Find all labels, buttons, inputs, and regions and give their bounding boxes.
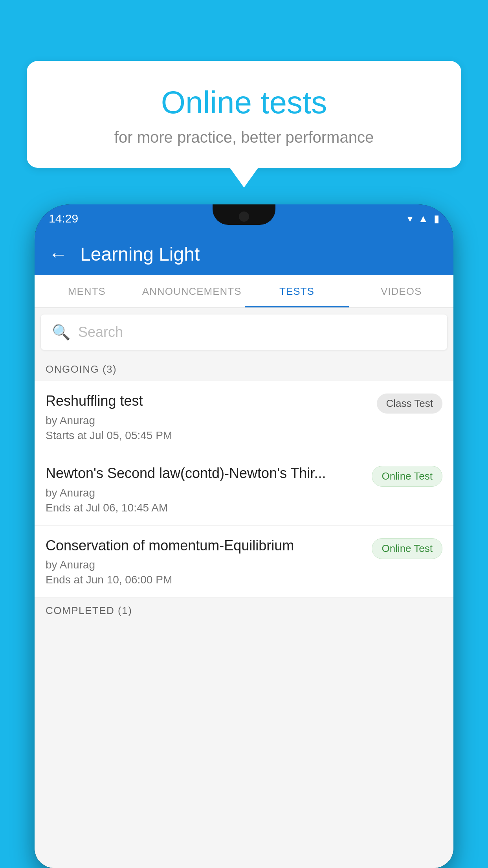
search-input[interactable]: Search xyxy=(78,324,123,340)
test-author-1: by Anurag xyxy=(46,414,369,427)
speech-bubble: Online tests for more practice, better p… xyxy=(27,61,461,168)
test-author-2: by Anurag xyxy=(46,487,364,499)
search-bar[interactable]: 🔍 Search xyxy=(41,314,447,350)
status-icons: ▾ ▲ ▮ xyxy=(407,213,439,225)
signal-icon: ▲ xyxy=(418,213,428,225)
tab-tests[interactable]: TESTS xyxy=(245,275,349,307)
camera-notch xyxy=(239,211,249,222)
battery-icon: ▮ xyxy=(434,213,439,225)
app-bar: ← Learning Light xyxy=(35,233,453,275)
phone-content: 🔍 Search ONGOING (3) Reshuffling test by… xyxy=(35,308,453,868)
tab-videos[interactable]: VIDEOS xyxy=(349,275,453,307)
ongoing-section-header: ONGOING (3) xyxy=(35,356,453,381)
test-item-2[interactable]: Newton's Second law(contd)-Newton's Thir… xyxy=(35,453,453,526)
tabs-bar: MENTS ANNOUNCEMENTS TESTS VIDEOS xyxy=(35,275,453,308)
tab-ments[interactable]: MENTS xyxy=(35,275,139,307)
phone-inner: ← Learning Light MENTS ANNOUNCEMENTS TES… xyxy=(35,233,453,868)
test-date-2: Ends at Jul 06, 10:45 AM xyxy=(46,502,364,514)
test-info-1: Reshuffling test by Anurag Starts at Jul… xyxy=(46,392,369,442)
speech-bubble-arrow xyxy=(230,168,258,188)
test-name-3: Conservation of momentum-Equilibrium xyxy=(46,537,364,555)
test-badge-2: Online Test xyxy=(372,466,442,487)
wifi-icon: ▾ xyxy=(407,213,413,225)
speech-bubble-subtitle: for more practice, better performance xyxy=(50,129,438,146)
status-time: 14:29 xyxy=(49,212,78,225)
test-date-1: Starts at Jul 05, 05:45 PM xyxy=(46,429,369,442)
test-badge-1: Class Test xyxy=(377,394,442,414)
status-bar: 14:29 ▾ ▲ ▮ xyxy=(35,204,453,233)
test-info-3: Conservation of momentum-Equilibrium by … xyxy=(46,537,364,587)
test-name-2: Newton's Second law(contd)-Newton's Thir… xyxy=(46,464,364,483)
test-badge-3: Online Test xyxy=(372,538,442,559)
tab-announcements[interactable]: ANNOUNCEMENTS xyxy=(139,275,245,307)
app-bar-title: Learning Light xyxy=(80,243,200,265)
back-button[interactable]: ← xyxy=(49,243,68,265)
test-author-3: by Anurag xyxy=(46,559,364,571)
search-icon: 🔍 xyxy=(52,324,70,341)
test-list: Reshuffling test by Anurag Starts at Jul… xyxy=(35,381,453,598)
test-item-3[interactable]: Conservation of momentum-Equilibrium by … xyxy=(35,526,453,598)
phone-frame: 14:29 ▾ ▲ ▮ ← Learning Light MENTS ANNOU… xyxy=(35,204,453,868)
test-date-3: Ends at Jun 10, 06:00 PM xyxy=(46,574,364,586)
test-info-2: Newton's Second law(contd)-Newton's Thir… xyxy=(46,464,364,514)
test-item-1[interactable]: Reshuffling test by Anurag Starts at Jul… xyxy=(35,381,453,453)
speech-bubble-container: Online tests for more practice, better p… xyxy=(27,61,461,188)
speech-bubble-title: Online tests xyxy=(50,85,438,121)
test-name-1: Reshuffling test xyxy=(46,392,369,410)
completed-section-header: COMPLETED (1) xyxy=(35,598,453,622)
